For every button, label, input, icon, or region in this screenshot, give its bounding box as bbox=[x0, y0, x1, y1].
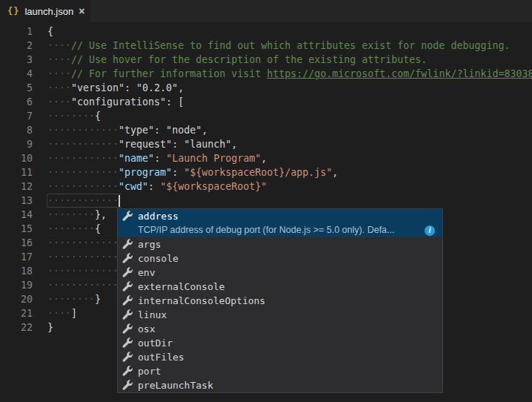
wrench-property-icon bbox=[122, 380, 133, 392]
suggest-item[interactable]: osx bbox=[118, 322, 442, 336]
suggest-item[interactable]: internalConsoleOptions bbox=[118, 294, 442, 308]
tab-bar: {} launch.json × bbox=[0, 0, 532, 22]
suggest-item-label: address bbox=[138, 209, 179, 223]
code-token: , bbox=[261, 153, 267, 164]
suggest-item-selected[interactable]: address TCP/IP address of debug port (fo… bbox=[118, 209, 442, 237]
suggest-item[interactable]: linux bbox=[118, 308, 442, 322]
line-text: ····"version": "0.2.0", bbox=[33, 81, 184, 95]
suggest-item[interactable]: externalConsole bbox=[118, 280, 442, 294]
suggest-item[interactable]: port bbox=[118, 364, 442, 378]
line-text: ········{ bbox=[33, 222, 101, 236]
code-line[interactable]: 10············"name": "Launch Program", bbox=[0, 151, 532, 165]
code-token: { bbox=[95, 111, 101, 122]
code-token: // Use hover for the description of the … bbox=[71, 54, 427, 65]
whitespace-dots: ············ bbox=[47, 280, 119, 291]
wrench-property-icon bbox=[122, 295, 133, 307]
line-text: { bbox=[33, 24, 53, 39]
whitespace-dots: ············ bbox=[47, 181, 119, 192]
line-text: ····// Use IntelliSense to find out whic… bbox=[33, 39, 510, 53]
code-token: "cwd" bbox=[119, 181, 148, 192]
suggest-item-label: console bbox=[138, 251, 179, 266]
suggest-items: argsconsoleenvexternalConsoleinternalCon… bbox=[118, 237, 442, 392]
code-line[interactable]: 9············"request": "launch", bbox=[0, 137, 532, 151]
whitespace-dots: ········ bbox=[47, 111, 95, 122]
line-text: ········} bbox=[33, 292, 101, 306]
code-token: "configurations": [ bbox=[71, 96, 184, 108]
code-line[interactable]: 13············ bbox=[0, 194, 532, 208]
code-line[interactable]: 11············"program": "${workspaceRoo… bbox=[0, 165, 532, 179]
code-token: : bbox=[172, 167, 184, 178]
line-number: 11 bbox=[0, 165, 33, 179]
whitespace-dots: ············ bbox=[47, 167, 119, 178]
code-token: : bbox=[148, 181, 160, 192]
tab-close-icon[interactable]: × bbox=[79, 6, 84, 16]
suggest-item[interactable]: env bbox=[118, 266, 442, 280]
code-line[interactable]: 12············"cwd": "${workspaceRoot}" bbox=[0, 179, 532, 194]
code-editor[interactable]: 1{2····// Use IntelliSense to find out w… bbox=[0, 22, 532, 402]
suggest-item[interactable]: outFiles bbox=[118, 350, 442, 364]
line-number: 8 bbox=[0, 123, 33, 137]
code-token: https://go.microsoft.com/fwlink/?linkid=… bbox=[267, 68, 532, 79]
line-number: 5 bbox=[0, 81, 33, 95]
line-number: 13 bbox=[0, 194, 33, 208]
line-number: 15 bbox=[0, 222, 33, 236]
code-line[interactable]: 1{ bbox=[0, 24, 532, 39]
line-number: 3 bbox=[0, 53, 33, 67]
line-text: ········}, bbox=[33, 208, 107, 222]
suggest-item[interactable]: preLaunchTask bbox=[118, 378, 442, 392]
code-token: "type": "node", bbox=[119, 125, 207, 136]
line-text: ············"program": "${workspaceRoot}… bbox=[33, 165, 338, 179]
whitespace-dots: ···· bbox=[47, 54, 71, 65]
code-line[interactable]: 8············"type": "node", bbox=[0, 123, 532, 137]
line-number: 18 bbox=[0, 264, 33, 278]
suggest-item-label: port bbox=[138, 364, 161, 378]
wrench-property-icon bbox=[122, 323, 133, 335]
whitespace-dots: ············ bbox=[47, 125, 119, 136]
suggest-item-label: externalConsole bbox=[138, 280, 225, 294]
code-token: } bbox=[47, 322, 53, 333]
whitespace-dots: ···· bbox=[47, 96, 71, 108]
suggest-item-label: outFiles bbox=[138, 350, 184, 364]
code-token: "program" bbox=[119, 167, 172, 178]
line-number: 22 bbox=[0, 320, 33, 335]
suggest-item[interactable]: console bbox=[118, 251, 442, 266]
code-line[interactable]: 6····"configurations": [ bbox=[0, 95, 532, 109]
code-line[interactable]: 5····"version": "0.2.0", bbox=[0, 81, 532, 95]
code-token: "Launch Program" bbox=[166, 153, 261, 164]
code-token: : bbox=[154, 153, 166, 164]
code-token: { bbox=[95, 223, 101, 234]
code-token: { bbox=[47, 26, 53, 37]
text-cursor bbox=[119, 195, 120, 208]
line-number: 12 bbox=[0, 179, 33, 194]
wrench-property-icon bbox=[122, 211, 133, 223]
code-token: // For further information visit bbox=[71, 68, 267, 79]
suggest-item-label: outDir bbox=[138, 336, 173, 350]
line-text: ········{ bbox=[33, 109, 101, 123]
wrench-property-icon bbox=[122, 267, 133, 279]
code-line[interactable]: 3····// Use hover for the description of… bbox=[0, 53, 532, 67]
wrench-property-icon bbox=[122, 239, 133, 251]
suggest-item[interactable]: args bbox=[118, 237, 442, 251]
tab-launch-json[interactable]: {} launch.json × bbox=[0, 0, 90, 22]
code-token: , bbox=[332, 167, 338, 178]
suggest-item[interactable]: outDir bbox=[118, 336, 442, 350]
line-text: ····"configurations": [ bbox=[33, 95, 184, 109]
code-line[interactable]: 4····// For further information visit ht… bbox=[0, 67, 532, 81]
code-line[interactable]: 2····// Use IntelliSense to find out whi… bbox=[0, 39, 532, 53]
wrench-property-icon bbox=[122, 253, 133, 265]
code-token: "name" bbox=[119, 153, 154, 164]
suggest-item-label: env bbox=[138, 266, 155, 280]
intellisense-suggest-widget: address TCP/IP address of debug port (fo… bbox=[117, 208, 443, 393]
line-number: 1 bbox=[0, 24, 33, 39]
line-number: 2 bbox=[0, 39, 33, 53]
code-line[interactable]: 7········{ bbox=[0, 109, 532, 123]
code-token: "${workspaceRoot}/app.js" bbox=[184, 167, 332, 178]
whitespace-dots: ············ bbox=[47, 195, 119, 206]
whitespace-dots: ········ bbox=[47, 294, 95, 305]
whitespace-dots: ········ bbox=[47, 209, 95, 220]
suggest-item-label: internalConsoleOptions bbox=[138, 294, 265, 308]
info-icon[interactable]: i bbox=[425, 225, 435, 236]
line-text: ····// For further information visit htt… bbox=[33, 67, 532, 81]
line-text: ············ bbox=[33, 278, 119, 292]
suggest-item-label: preLaunchTask bbox=[138, 378, 213, 392]
